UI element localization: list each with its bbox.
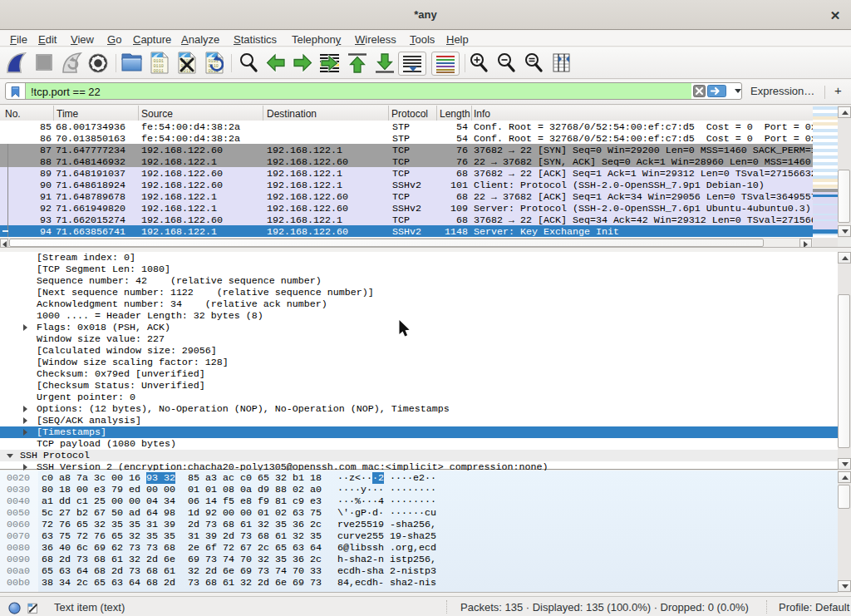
svg-text:0011: 0011	[154, 69, 164, 74]
